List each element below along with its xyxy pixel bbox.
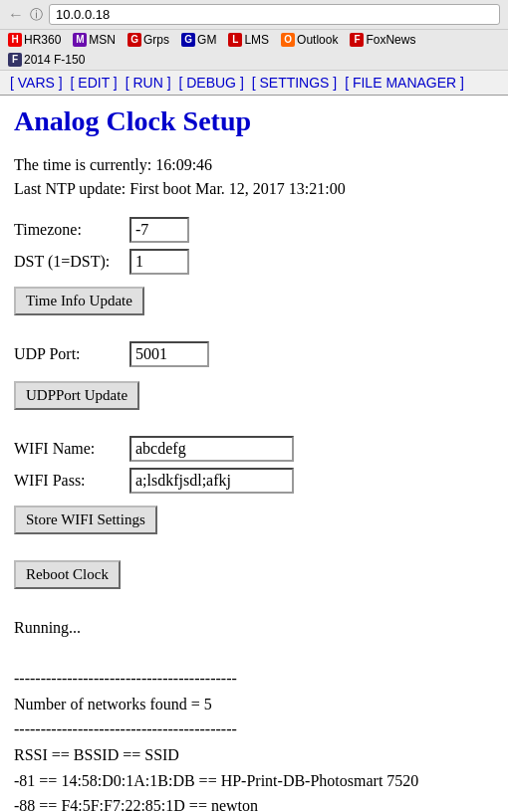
bookmark-foxnews-label: FoxNews [366,33,415,47]
page-title: Analog Clock Setup [14,105,494,137]
timezone-section: Timezone: DST (1=DST): [14,217,494,275]
hr360-icon: H [8,33,22,47]
ntp-update-line: Last NTP update: First boot Mar. 12, 201… [14,177,494,201]
bookmark-msn-label: MSN [89,33,116,47]
dst-input[interactable] [129,249,189,275]
current-time-line: The time is currently: 16:09:46 [14,153,494,177]
bookmark-grps[interactable]: G Grps [124,32,173,48]
dst-label: DST (1=DST): [14,253,124,271]
udp-port-input[interactable] [129,341,209,367]
bookmark-lms-label: LMS [244,33,269,47]
bookmark-hr360[interactable]: H HR360 [4,32,65,48]
dst-row: DST (1=DST): [14,249,494,275]
back-button[interactable]: ← [8,6,24,24]
output-line: RSSI == BSSID == SSID [14,742,494,768]
wifi-name-input[interactable] [129,436,294,462]
outlook-icon: O [281,33,295,47]
nav-bar: [ VARS ] [ EDIT ] [ RUN ] [ DEBUG ] [ SE… [0,71,508,96]
nav-debug[interactable]: [ DEBUG ] [178,75,243,91]
reboot-clock-button[interactable]: Reboot Clock [14,560,121,589]
bookmark-outlook[interactable]: O Outlook [277,32,342,48]
bookmark-f150[interactable]: F 2014 F-150 [4,52,89,68]
lms-icon: L [228,33,242,47]
nav-file-manager[interactable]: [ FILE MANAGER ] [345,75,464,91]
bookmark-lms[interactable]: L LMS [224,32,273,48]
output-line: -88 == F4:5F:F7:22:85:1D == newton [14,793,494,812]
wifi-name-row: WIFI Name: [14,436,494,462]
timezone-row: Timezone: [14,217,494,243]
bookmark-msn[interactable]: M MSN [69,32,120,48]
wifi-pass-row: WIFI Pass: [14,468,494,494]
foxnews-icon: F [350,33,364,47]
current-time-value: 16:09:46 [155,156,212,173]
store-wifi-button[interactable]: Store WIFI Settings [14,506,157,534]
output-line [14,641,494,667]
timezone-label: Timezone: [14,221,124,239]
main-content: Analog Clock Setup The time is currently… [0,96,508,812]
f150-icon: F [8,53,22,67]
time-info-section: The time is currently: 16:09:46 Last NTP… [14,153,494,201]
bookmarks-bar: H HR360 M MSN G Grps G GM L LMS O Outloo… [0,30,508,71]
udp-port-row: UDP Port: [14,341,494,367]
udp-port-label: UDP Port: [14,345,124,363]
grps-icon: G [127,33,141,47]
wifi-pass-label: WIFI Pass: [14,472,124,490]
bookmark-outlook-label: Outlook [297,33,338,47]
bookmark-hr360-label: HR360 [24,33,61,47]
gm-icon: G [181,33,195,47]
bookmark-foxnews[interactable]: F FoxNews [346,32,419,48]
bookmark-gm[interactable]: G GM [177,32,220,48]
bookmark-f150-label: 2014 F-150 [24,53,85,67]
bookmark-grps-label: Grps [143,33,169,47]
output-line: ----------------------------------------… [14,666,494,692]
bookmark-gm-label: GM [197,33,216,47]
nav-vars[interactable]: [ VARS ] [10,75,63,91]
udpport-update-button[interactable]: UDPPort Update [14,381,139,410]
output-line: -81 == 14:58:D0:1A:1B:DB == HP-Print-DB-… [14,768,494,794]
info-icon: ⓘ [30,6,43,24]
wifi-name-label: WIFI Name: [14,440,124,458]
browser-bar: ← ⓘ 10.0.0.18 [0,0,508,30]
msn-icon: M [73,33,87,47]
nav-run[interactable]: [ RUN ] [126,75,171,91]
url-bar[interactable]: 10.0.0.18 [49,4,500,25]
time-info-update-button[interactable]: Time Info Update [14,287,144,315]
wifi-pass-input[interactable] [129,468,294,494]
wifi-section: WIFI Name: WIFI Pass: [14,436,494,494]
nav-edit[interactable]: [ EDIT ] [71,75,118,91]
output-line: ----------------------------------------… [14,716,494,742]
nav-settings[interactable]: [ SETTINGS ] [252,75,338,91]
current-time-label: The time is currently: [14,156,151,173]
output-line: Running... [14,615,494,641]
output-line: Number of networks found = 5 [14,692,494,717]
timezone-input[interactable] [129,217,189,243]
output-area: Running... -----------------------------… [14,615,494,812]
